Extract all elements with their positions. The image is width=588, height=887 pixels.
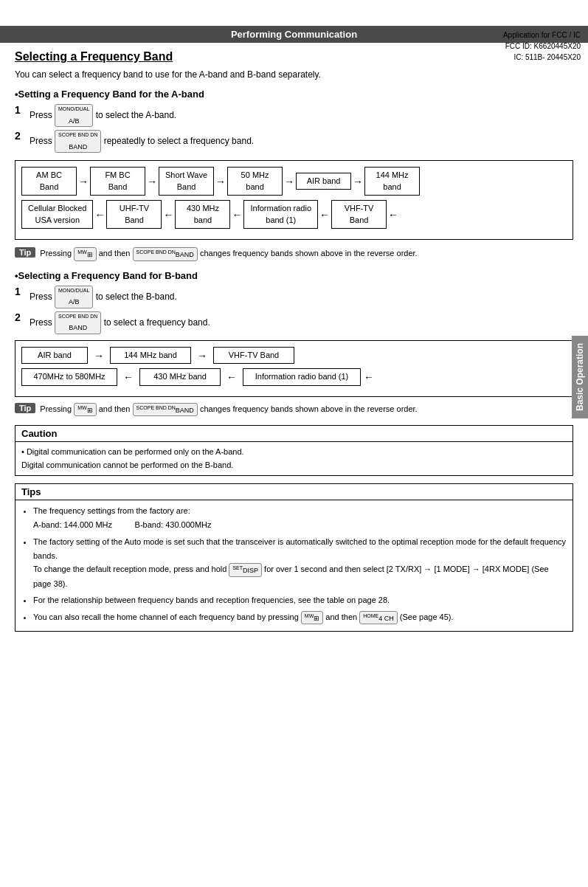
band-430mhz: 430 MHzband [175, 200, 230, 229]
band-key-aband[interactable]: SCOPE BND DNBAND [55, 130, 101, 153]
band-fm-bc: FM BCBand [90, 167, 145, 196]
main-content: Selecting a Frequency Band You can selec… [0, 43, 588, 646]
band-50mhz: 50 MHzband [227, 167, 283, 196]
header-line2: FCC ID: K6620445X20 [503, 41, 581, 52]
caution-title: Caution [15, 426, 573, 442]
barrow-4: ← [226, 371, 237, 383]
bband-tip: Tip Pressing MW⊞ and then SCOPE BND DNBA… [15, 403, 573, 417]
top-right-header: Application for FCC / IC FCC ID: K662044… [503, 30, 581, 63]
tips-title: Tips [15, 484, 573, 500]
disp-key[interactable]: SETDISP [229, 563, 262, 577]
barrow-2: → [197, 350, 207, 362]
aband-title: •Setting a Frequency Band for the A-band [15, 89, 573, 100]
tip-item-1: The frequency settings from the factory … [33, 504, 567, 531]
band-cellular: Cellular BlockedUSA version [21, 200, 93, 229]
tip-item-3: For the relationship between frequency b… [33, 593, 567, 607]
arrow-6: ← [94, 209, 105, 221]
section-header: Performing Communication [0, 26, 588, 43]
mw-key-tip3[interactable]: MW⊞ [301, 611, 323, 625]
bband-step1: 1 Press MONO/DUALA/B to select the B-ban… [15, 286, 573, 308]
arrow-8: ← [232, 209, 242, 221]
bband-step2: 2 Press SCOPE BND DNBAND to select a fre… [15, 311, 573, 334]
home-key[interactable]: HOME4 CH [359, 611, 398, 625]
tips-content: The frequency settings from the factory … [15, 500, 573, 631]
band-key-tip1[interactable]: SCOPE BND DNBAND [133, 247, 198, 261]
arrow-10: ← [388, 209, 398, 221]
bband-430mhz: 430 MHz band [139, 368, 221, 385]
barrow-3: ← [123, 371, 134, 383]
band-key-tip2[interactable]: SCOPE BND DNBAND [133, 403, 198, 417]
tip-item-4: You can also recall the home channel of … [33, 610, 567, 624]
bband-diagram-row2: 470MHz to 580MHz ← 430 MHz band ← Inform… [21, 368, 567, 385]
intro-text: You can select a frequency band to use f… [15, 69, 573, 80]
tips-box: Tips The frequency settings from the fac… [15, 483, 573, 632]
tip-item-2: The factory setting of the Auto mode is … [33, 535, 567, 590]
band-key-bband[interactable]: SCOPE BND DNBAND [55, 311, 101, 334]
band-uhftv: UHF-TVBand [106, 200, 162, 229]
bband-title: •Selecting a Frequency Band for B-band [15, 270, 573, 281]
bband-air: AIR band [21, 347, 88, 364]
side-tab: Basic Operation [572, 336, 588, 418]
arrow-2: → [147, 176, 157, 187]
barrow-1: → [94, 350, 104, 362]
bband-144mhz: 144 MHz band [110, 347, 191, 364]
bband-diagram: AIR band → 144 MHz band → VHF-TV Band 47… [15, 340, 573, 397]
bband-470mhz: 470MHz to 580MHz [21, 368, 117, 385]
band-am-bc: AM BCBand [21, 167, 77, 196]
ab-key-bband[interactable]: MONO/DUALA/B [55, 286, 93, 308]
caution-content: • Digital communication can be performed… [15, 442, 573, 475]
tip-label-aband: Tip [15, 247, 35, 258]
aband-diagram-row2: Cellular BlockedUSA version ← UHF-TVBand… [21, 200, 567, 229]
mw-key-tip2[interactable]: MW⊞ [74, 403, 96, 417]
mw-key-tip1[interactable]: MW⊞ [74, 247, 96, 261]
band-info-radio: Information radioband (1) [243, 200, 318, 229]
caution-box: Caution • Digital communication can be p… [15, 425, 573, 476]
page-wrapper: Application for FCC / IC FCC ID: K662044… [0, 26, 588, 887]
band-air: AIR band [296, 173, 351, 190]
bband-vhftv: VHF-TV Band [213, 347, 294, 364]
ab-key-aband[interactable]: MONO/DUALA/B [55, 104, 93, 127]
bband-info-radio: Information radio band (1) [243, 368, 361, 385]
arrow-3: → [215, 176, 226, 187]
aband-tip: Tip Pressing MW⊞ and then SCOPE BND DNBA… [15, 247, 573, 261]
arrow-1: → [78, 176, 89, 187]
arrow-5: → [353, 176, 363, 187]
header-line3: IC: 511B- 20445X20 [503, 52, 581, 63]
band-144mhz: 144 MHzband [364, 167, 420, 196]
arrow-7: ← [163, 209, 173, 221]
aband-step2: 2 Press SCOPE BND DNBAND repeatedly to s… [15, 130, 573, 153]
band-shortwave: Short WaveBand [159, 167, 214, 196]
aband-diagram-row1: AM BCBand → FM BCBand → Short WaveBand →… [21, 167, 567, 196]
header-line1: Application for FCC / IC [503, 30, 581, 41]
tip-label-bband: Tip [15, 403, 35, 413]
page-title: Selecting a Frequency Band [15, 50, 573, 63]
arrow-9: ← [319, 209, 330, 221]
barrow-5: ← [364, 371, 374, 383]
band-vhftv: VHF-TVBand [331, 200, 387, 229]
bband-diagram-row1: AIR band → 144 MHz band → VHF-TV Band [21, 347, 567, 364]
aband-step1: 1 Press MONO/DUALA/B to select the A-ban… [15, 104, 573, 127]
aband-diagram: AM BCBand → FM BCBand → Short WaveBand →… [15, 160, 573, 240]
arrow-4: → [284, 176, 294, 187]
